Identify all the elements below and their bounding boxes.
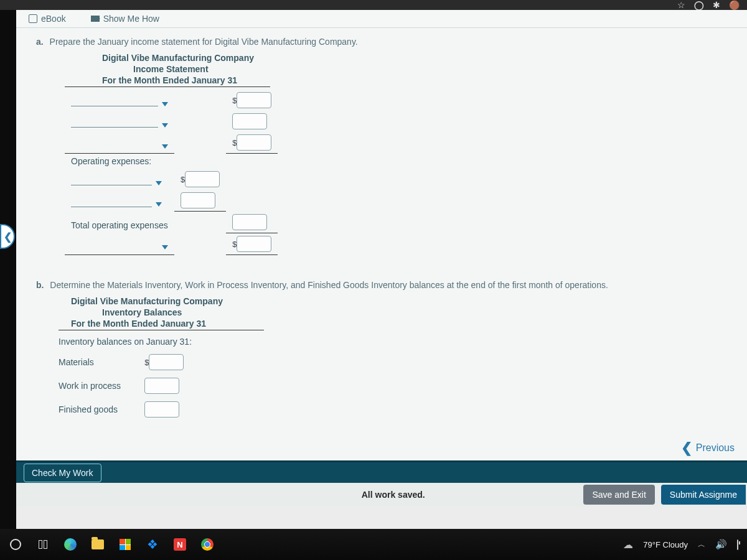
- avatar-icon[interactable]: 🟤: [729, 0, 740, 10]
- inv-title: Inventory Balances: [102, 307, 730, 317]
- account-dropdown-2[interactable]: [71, 127, 158, 128]
- operating-expenses-label: Operating expenses:: [65, 154, 278, 169]
- wip-input[interactable]: [144, 378, 179, 394]
- opex-amount-2[interactable]: [181, 192, 215, 208]
- fg-input[interactable]: [144, 401, 179, 418]
- materials-row: Materials $: [52, 350, 198, 374]
- chevron-left-icon: ❮: [681, 440, 692, 456]
- chevron-down-icon[interactable]: [162, 123, 168, 128]
- fg-label: Finished goods: [52, 398, 138, 421]
- notification-app-icon[interactable]: N: [173, 538, 187, 551]
- chevron-down-icon[interactable]: [162, 102, 168, 106]
- total-opex-label: Total operating expenses: [65, 212, 174, 233]
- amount-input-2[interactable]: [232, 113, 267, 129]
- dollar-sign: $: [232, 239, 237, 248]
- screen-bezel: [0, 10, 16, 529]
- fg-row: Finished goods: [52, 398, 198, 421]
- nav-row: ❮ Previous: [16, 436, 747, 460]
- materials-input[interactable]: [149, 354, 184, 370]
- chevron-down-icon[interactable]: [162, 245, 168, 250]
- submit-assignment-button[interactable]: Submit Assignme: [661, 485, 746, 505]
- final-line: $: [65, 233, 278, 254]
- dollar-sign: $: [232, 96, 237, 105]
- weather-icon[interactable]: ☁: [623, 539, 633, 551]
- taskbar-left: ❖ N: [9, 538, 214, 551]
- windows-taskbar: ❖ N ☁ 79°F Cloudy ︿ 🔊: [0, 529, 747, 560]
- file-explorer-icon[interactable]: [91, 538, 105, 551]
- wip-label: Work in process: [52, 374, 138, 398]
- part-a-prompt: a. Prepare the January income statement …: [36, 37, 727, 47]
- task-view-icon[interactable]: [36, 538, 50, 551]
- income-statement-header: Digital Vibe Manufacturing Company Incom…: [102, 53, 730, 85]
- line-3: $: [65, 132, 278, 154]
- part-b-prompt: b. Determine the Materials Inventory, Wo…: [36, 280, 727, 290]
- income-statement-table: $ $ Operating expenses: $: [65, 90, 278, 255]
- amount-input-3[interactable]: [237, 134, 271, 151]
- star-outline-icon[interactable]: ☆: [677, 0, 685, 10]
- ebook-label: eBook: [41, 14, 66, 24]
- circle-icon[interactable]: ◯: [694, 0, 704, 10]
- check-my-work-button[interactable]: Check My Work: [24, 464, 101, 482]
- inv-header-rule: [59, 330, 264, 330]
- inv-section-label: Inventory balances on January 31:: [52, 333, 198, 350]
- previous-button[interactable]: ❮ Previous: [681, 440, 735, 456]
- part-b: b. Determine the Materials Inventory, Wo…: [34, 280, 730, 421]
- check-bar: Check My Work: [16, 460, 747, 483]
- video-icon: [91, 16, 100, 22]
- line-1: $: [65, 90, 278, 111]
- line-2: [65, 111, 278, 132]
- dollar-sign: $: [232, 138, 237, 147]
- chevron-down-icon[interactable]: [162, 144, 168, 149]
- statement-title: Income Statement: [133, 64, 730, 74]
- taskbar-right: ☁ 79°F Cloudy ︿ 🔊: [623, 539, 738, 551]
- part-b-text: Determine the Materials Inventory, Work …: [50, 280, 608, 290]
- start-button[interactable]: [9, 538, 22, 551]
- extension-icon[interactable]: ✱: [713, 0, 720, 10]
- browser-chrome: ☆ ◯ ✱ 🟤: [0, 0, 747, 10]
- materials-label: Materials: [52, 350, 138, 374]
- wip-row: Work in process: [52, 374, 198, 398]
- opex-amount-1[interactable]: [185, 171, 220, 187]
- operating-expenses-row: Operating expenses:: [65, 154, 278, 169]
- opex-line-2: [65, 190, 278, 212]
- save-status: All work saved.: [203, 490, 583, 500]
- dollar-sign: $: [181, 175, 185, 184]
- dropbox-icon[interactable]: ❖: [146, 538, 159, 551]
- save-and-exit-button[interactable]: Save and Exit: [583, 485, 654, 505]
- part-b-letter: b.: [36, 280, 44, 290]
- total-opex-row: Total operating expenses: [65, 212, 278, 233]
- ebook-link[interactable]: eBook: [29, 14, 66, 24]
- company-name: Digital Vibe Manufacturing Company: [102, 53, 730, 63]
- chrome-icon[interactable]: [200, 538, 214, 551]
- dollar-sign: $: [144, 357, 149, 366]
- chevron-down-icon[interactable]: [156, 202, 162, 207]
- opex-line-1: $: [65, 169, 278, 190]
- footer-strip: [16, 506, 747, 529]
- inventory-header: Digital Vibe Manufacturing Company Inven…: [71, 296, 730, 329]
- amount-input-1[interactable]: [237, 92, 271, 108]
- inv-period: For the Month Ended January 31: [71, 319, 730, 329]
- total-opex-amount[interactable]: [232, 214, 267, 230]
- header-rule: [65, 86, 270, 87]
- weather-text[interactable]: 79°F Cloudy: [643, 540, 688, 549]
- opex-dropdown-2[interactable]: [71, 207, 152, 207]
- show-label: Show Me How: [103, 14, 159, 24]
- statement-period: For the Month Ended January 31: [102, 75, 730, 85]
- show-me-how-link[interactable]: Show Me How: [91, 14, 159, 24]
- account-dropdown-1[interactable]: [71, 106, 158, 106]
- assignment-app: eBook Show Me How a. Prepare the January…: [16, 10, 747, 529]
- part-a-text: Prepare the January income statement for…: [50, 37, 358, 47]
- ms-store-icon[interactable]: [118, 538, 132, 551]
- save-row: All work saved. Save and Exit Submit Ass…: [16, 483, 747, 506]
- inventory-table: Inventory balances on January 31: Materi…: [52, 333, 198, 421]
- final-amount[interactable]: [237, 236, 271, 252]
- opex-dropdown-1[interactable]: [71, 185, 152, 185]
- edge-icon[interactable]: [63, 538, 77, 551]
- battery-icon[interactable]: [737, 540, 738, 549]
- volume-icon[interactable]: 🔊: [715, 539, 727, 550]
- chevron-down-icon[interactable]: [156, 181, 162, 185]
- book-icon: [29, 14, 37, 23]
- previous-label: Previous: [696, 442, 735, 454]
- tray-chevron-icon[interactable]: ︿: [698, 539, 705, 550]
- part-a-letter: a.: [36, 37, 44, 47]
